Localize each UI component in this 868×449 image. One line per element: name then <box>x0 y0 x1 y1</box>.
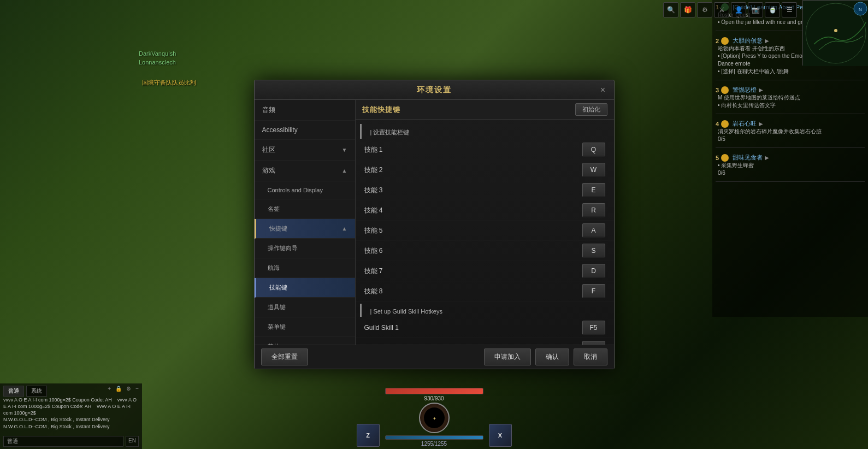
modal-title: 环境设置 <box>417 85 452 95</box>
skill-row-5: 技能 6S <box>356 241 614 261</box>
key-binding-0: Q <box>582 143 605 157</box>
skill-row-6: 技能 7D <box>356 261 614 281</box>
sidebar-item-10[interactable]: 道具键 <box>255 298 355 317</box>
modal-titlebar: 环境设置 × <box>255 80 614 100</box>
sidebar-item-4[interactable]: Controls and Display <box>255 181 355 199</box>
sidebar-item-1[interactable]: Accessibility <box>255 121 355 140</box>
reset-all-button[interactable]: 全部重置 <box>261 348 308 365</box>
sidebar-item-label-9: 技能键 <box>269 283 287 292</box>
sidebar-item-11[interactable]: 菜单键 <box>255 317 355 337</box>
sidebar-item-6[interactable]: 快捷键▲ <box>255 219 355 239</box>
footer-right: 申请加入 确认 取消 <box>484 348 607 365</box>
guild-key-binding-0: F5 <box>582 321 605 335</box>
key-binding-1: W <box>582 163 605 177</box>
sidebar-item-3[interactable]: 游戏▲ <box>255 161 355 181</box>
settings-sidebar: 音频Accessibility社区▼游戏▲Controls and Displa… <box>255 100 356 345</box>
key-btn-primary-1[interactable]: W <box>582 163 605 177</box>
skill-row-1: 技能 2W <box>356 160 614 180</box>
apply-button[interactable]: 申请加入 <box>484 348 531 365</box>
confirm-button[interactable]: 确认 <box>535 348 569 365</box>
key-btn-primary-0[interactable]: Q <box>582 143 605 157</box>
key-btn-primary-7[interactable]: F <box>582 284 605 298</box>
modal-overlay: 环境设置 × 音频Accessibility社区▼游戏▲Controls and… <box>0 0 868 449</box>
guild-skill-row-0: Guild Skill 1F5 <box>356 318 614 338</box>
skill-name-2: 技能 3 <box>364 186 582 195</box>
sidebar-chevron-3: ▲ <box>342 168 347 174</box>
modal-close-button[interactable]: × <box>598 85 609 96</box>
skill-row-3: 技能 4R <box>356 200 614 221</box>
key-binding-2: E <box>582 183 605 197</box>
sidebar-item-label-1: Accessibility <box>262 126 298 134</box>
sidebar-item-label-4: Controls and Display <box>268 187 323 193</box>
sidebar-item-label-3: 游戏 <box>262 166 275 175</box>
sidebar-item-5[interactable]: 名签 <box>255 199 355 219</box>
skill-row-2: 技能 3E <box>356 180 614 200</box>
reset-button[interactable]: 初始化 <box>575 103 607 116</box>
skill-name-3: 技能 4 <box>364 206 582 215</box>
skills-list: | 设置技能栏键技能 1Q技能 2W技能 3E技能 4R技能 5A技能 6S技能… <box>356 120 614 345</box>
modal-footer: 全部重置 申请加入 确认 取消 <box>255 345 614 369</box>
skill-name-6: 技能 7 <box>364 267 582 276</box>
skill-name-5: 技能 6 <box>364 246 582 256</box>
skill-name-1: 技能 2 <box>364 166 582 175</box>
key-btn-primary-2[interactable]: E <box>582 183 605 197</box>
sidebar-item-label-8: 航海 <box>268 264 280 272</box>
skill-row-0: 技能 1Q <box>356 140 614 160</box>
guild-key-btn-1[interactable]: F6 <box>582 341 605 345</box>
key-binding-3: R <box>582 203 605 217</box>
skill-name-0: 技能 1 <box>364 145 582 155</box>
content-area: 技能快捷键 初始化 | 设置技能栏键技能 1Q技能 2W技能 3E技能 4R技能… <box>356 100 614 345</box>
skill-name-7: 技能 8 <box>364 287 582 296</box>
section-header-skills: | 设置技能栏键 <box>360 124 614 139</box>
sidebar-item-label-10: 道具键 <box>268 303 286 311</box>
skill-name-4: 技能 5 <box>364 226 582 235</box>
sidebar-item-7[interactable]: 操作键向导 <box>255 239 355 258</box>
key-binding-4: A <box>582 223 605 238</box>
guild-skill-name-0: Guild Skill 1 <box>364 324 582 332</box>
sidebar-item-8[interactable]: 航海 <box>255 258 355 278</box>
sidebar-chevron-2: ▼ <box>342 147 347 153</box>
key-btn-primary-6[interactable]: D <box>582 264 605 278</box>
guild-key-binding-1: F6 <box>582 341 605 345</box>
section-header-guild: | Set up Guild Skill Hotkeys <box>360 304 614 317</box>
sidebar-chevron-6: ▲ <box>342 226 347 232</box>
footer-left: 全部重置 <box>261 348 308 365</box>
key-binding-5: S <box>582 244 605 258</box>
key-btn-primary-5[interactable]: S <box>582 244 605 258</box>
sidebar-item-9[interactable]: 技能键 <box>255 278 355 298</box>
key-binding-7: F <box>582 284 605 298</box>
sidebar-item-label-0: 音频 <box>262 105 275 115</box>
sidebar-item-2[interactable]: 社区▼ <box>255 140 355 161</box>
content-title: 技能快捷键 <box>362 105 400 115</box>
sidebar-item-label-7: 操作键向导 <box>268 244 298 252</box>
cancel-button[interactable]: 取消 <box>574 348 607 365</box>
sidebar-item-label-6: 快捷键 <box>269 225 287 233</box>
key-binding-6: D <box>582 264 605 278</box>
content-header: 技能快捷键 初始化 <box>356 100 614 120</box>
settings-modal: 环境设置 × 音频Accessibility社区▼游戏▲Controls and… <box>254 80 615 369</box>
sidebar-item-0[interactable]: 音频 <box>255 100 355 121</box>
sidebar-item-label-5: 名签 <box>268 205 280 213</box>
key-btn-primary-3[interactable]: R <box>582 203 605 217</box>
skill-row-7: 技能 8F <box>356 281 614 302</box>
skill-row-4: 技能 5A <box>356 221 614 241</box>
sidebar-item-label-11: 菜单键 <box>268 323 286 331</box>
guild-skill-row-1: Guild Skill 2F6 <box>356 338 614 345</box>
guild-key-btn-0[interactable]: F5 <box>582 321 605 335</box>
sidebar-item-12[interactable]: 其他 <box>255 337 355 345</box>
key-btn-primary-4[interactable]: A <box>582 223 605 238</box>
modal-body: 音频Accessibility社区▼游戏▲Controls and Displa… <box>255 100 614 345</box>
sidebar-item-label-2: 社区 <box>262 145 275 155</box>
